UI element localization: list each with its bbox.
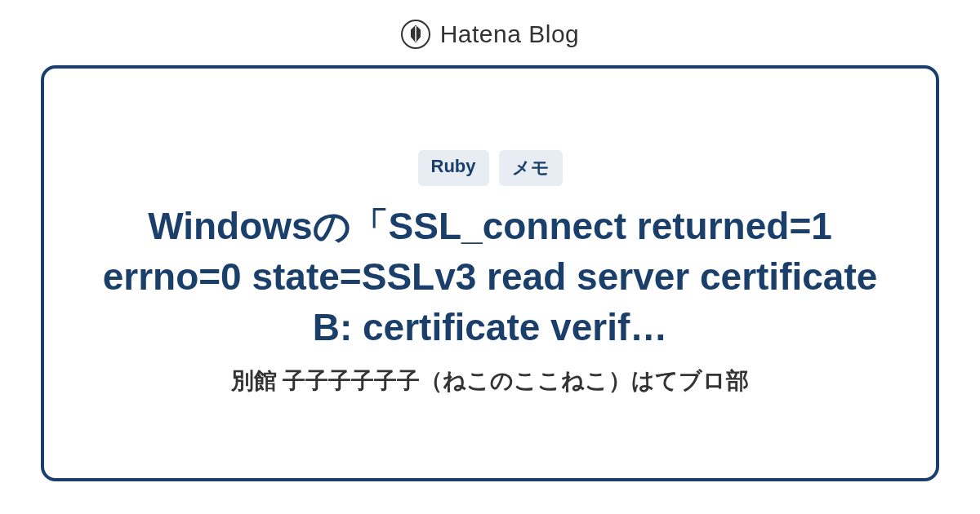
tag-list: Ruby メモ	[418, 150, 563, 186]
header: Hatena Blog	[401, 0, 580, 65]
article-card: Ruby メモ Windowsの「SSL_connect returned=1 …	[41, 65, 939, 481]
tag-item[interactable]: メモ	[499, 150, 563, 186]
tag-item[interactable]: Ruby	[418, 150, 489, 186]
service-name: Hatena Blog	[440, 20, 580, 48]
hatena-logo-icon	[401, 20, 430, 49]
blog-name: 別館 子子子子子子（ねこのここねこ）はてブロ部	[231, 366, 750, 397]
article-title: Windowsの「SSL_connect returned=1 errno=0 …	[98, 201, 882, 352]
